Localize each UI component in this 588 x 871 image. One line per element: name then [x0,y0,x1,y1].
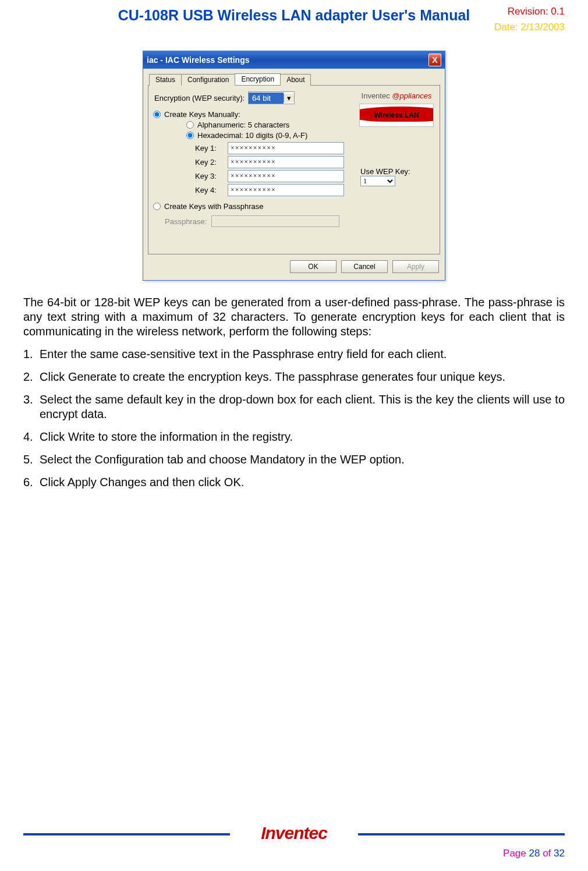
intro-paragraph: The 64-bit or 128-bit WEP keys can be ge… [23,295,565,339]
encryption-select[interactable]: 64 bit ▾ [248,91,295,104]
key4-input[interactable] [228,184,344,196]
apply-button: Apply [392,260,439,273]
create-passphrase-label: Create Keys with Passphrase [164,202,264,211]
key2-input[interactable] [228,156,344,168]
close-button[interactable]: X [428,54,441,66]
tab-status[interactable]: Status [149,74,182,86]
key3-label: Key 3: [195,172,224,180]
brand-appliances: @ppliances [392,91,431,100]
radio-hexadecimal[interactable] [186,132,194,139]
step-5: 5. Select the Configuration tab and choo… [23,452,565,467]
radio-alphanumeric[interactable] [186,121,194,129]
step-4: 4. Click Write to store the information … [23,430,565,444]
tab-panel-encryption: Encryption (WEP security): 64 bit ▾ Inve… [148,86,440,254]
page-of: of [543,848,551,859]
tab-configuration[interactable]: Configuration [181,74,235,86]
footer-rule-left [23,833,230,835]
tab-bar: Status Configuration Encryption About [148,73,440,86]
step-text: Click Write to store the information in … [40,430,565,444]
page-footer: Inventec Page 28 of 32 [0,824,588,859]
step-text: Enter the same case-sensitive text in th… [40,347,565,362]
inventec-logo: Inventec [230,823,358,843]
use-wep-key-select[interactable]: 1 [360,176,395,186]
step-1: 1. Enter the same case-sensitive text in… [23,347,565,362]
step-number: 5. [23,452,40,467]
brand-panel: Inventec @ppliances Wireless LAN [359,91,434,127]
page-word: Page [503,848,526,859]
wireless-lan-text: Wireless LAN [374,111,419,119]
hexadecimal-label: Hexadecimal: 10 digits (0-9, A-F) [197,131,307,140]
radio-create-manually[interactable] [153,111,161,118]
step-number: 6. [23,475,40,490]
key3-input[interactable] [228,170,344,182]
encryption-label: Encryption (WEP security): [154,94,245,102]
create-manually-label: Create Keys Manually: [164,110,240,119]
step-number: 1. [23,347,40,362]
step-number: 2. [23,370,40,384]
step-text: Select the Configuration tab and choose … [40,452,565,467]
wireless-lan-logo: Wireless LAN [359,104,434,127]
tab-encryption[interactable]: Encryption [235,73,281,85]
step-number: 4. [23,430,40,444]
footer-rule-right [358,833,565,835]
radio-create-passphrase[interactable] [153,203,161,210]
key1-input[interactable] [228,142,344,154]
titlebar: iac - IAC Wireless Settings X [143,51,445,69]
ok-button[interactable]: OK [290,260,336,273]
cancel-button[interactable]: Cancel [341,260,388,273]
key1-label: Key 1: [195,144,224,153]
step-text: Click Apply Changes and then click OK. [40,475,565,490]
step-text: Select the same default key in the drop-… [40,392,565,422]
page-number: Page 28 of 32 [23,848,565,859]
brand-inventec: Inventec [362,91,390,100]
titlebar-text: iac - IAC Wireless Settings [147,55,428,65]
step-2: 2. Click Generate to create the encrypti… [23,370,565,384]
tab-about[interactable]: About [280,74,311,86]
iac-settings-dialog: iac - IAC Wireless Settings X Status Con… [143,51,445,281]
key2-label: Key 2: [195,158,224,167]
passphrase-input [211,215,339,227]
passphrase-label: Passphrase: [165,217,207,226]
page-total: 32 [554,848,565,859]
use-wep-key-label: Use WEP Key: [360,167,430,176]
body-content: The 64-bit or 128-bit WEP keys can be ge… [0,295,588,490]
step-number: 3. [23,392,40,422]
page-current: 28 [529,848,540,859]
alphanumeric-label: Alphanumeric: 5 characters [197,121,289,129]
encryption-value: 64 bit [249,93,284,104]
dropdown-arrow-icon[interactable]: ▾ [284,94,294,102]
step-3: 3. Select the same default key in the dr… [23,392,565,422]
step-6: 6. Click Apply Changes and then click OK… [23,475,565,490]
key4-label: Key 4: [195,186,224,194]
step-text: Click Generate to create the encryption … [40,370,565,384]
